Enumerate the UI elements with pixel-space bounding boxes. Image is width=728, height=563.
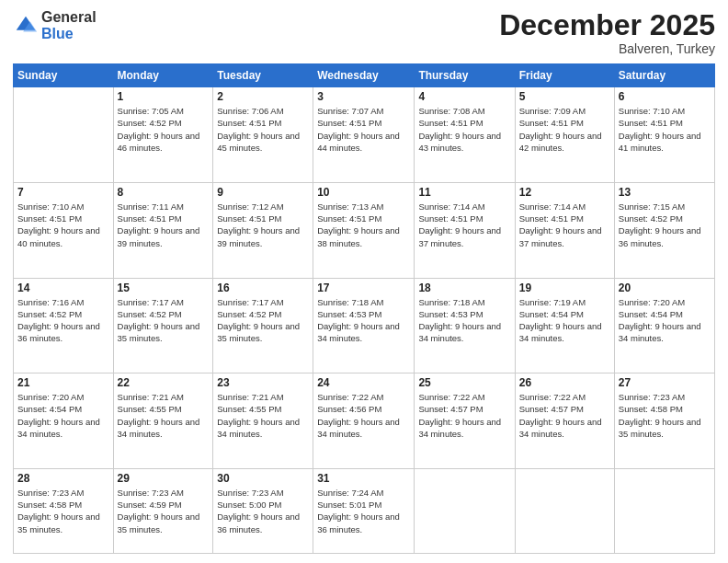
day-number: 3 — [317, 90, 410, 103]
location-subtitle: Balveren, Turkey — [499, 41, 715, 56]
calendar-cell: 25Sunrise: 7:22 AMSunset: 4:57 PMDayligh… — [415, 373, 515, 469]
col-sunday: Sunday — [14, 64, 114, 87]
calendar-cell: 16Sunrise: 7:17 AMSunset: 4:52 PMDayligh… — [213, 278, 313, 373]
day-info: Sunrise: 7:13 AMSunset: 4:51 PMDaylight:… — [317, 201, 410, 249]
logo-icon — [13, 13, 39, 39]
calendar-cell: 28Sunrise: 7:23 AMSunset: 4:58 PMDayligh… — [14, 468, 114, 553]
calendar-cell: 3Sunrise: 7:07 AMSunset: 4:51 PMDaylight… — [313, 87, 415, 183]
day-info: Sunrise: 7:24 AMSunset: 5:01 PMDaylight:… — [317, 487, 410, 535]
month-title: December 2025 — [499, 9, 715, 41]
day-number: 12 — [519, 186, 610, 199]
day-number: 30 — [217, 472, 309, 485]
day-info: Sunrise: 7:23 AMSunset: 5:00 PMDaylight:… — [217, 487, 309, 535]
col-monday: Monday — [113, 64, 213, 87]
day-number: 23 — [217, 376, 309, 389]
day-info: Sunrise: 7:18 AMSunset: 4:53 PMDaylight:… — [418, 296, 510, 345]
calendar-cell: 1Sunrise: 7:05 AMSunset: 4:52 PMDaylight… — [113, 87, 213, 183]
day-info: Sunrise: 7:16 AMSunset: 4:52 PMDaylight:… — [17, 296, 109, 345]
day-number: 29 — [118, 472, 210, 485]
day-info: Sunrise: 7:23 AMSunset: 4:58 PMDaylight:… — [17, 487, 109, 535]
calendar-cell: 10Sunrise: 7:13 AMSunset: 4:51 PMDayligh… — [313, 182, 415, 278]
calendar-cell: 20Sunrise: 7:20 AMSunset: 4:54 PMDayligh… — [614, 278, 714, 373]
day-number: 2 — [217, 90, 309, 103]
day-number: 6 — [619, 90, 711, 103]
day-number: 21 — [17, 376, 109, 389]
day-info: Sunrise: 7:21 AMSunset: 4:55 PMDaylight:… — [118, 391, 210, 440]
calendar-cell: 8Sunrise: 7:11 AMSunset: 4:51 PMDaylight… — [113, 182, 213, 278]
day-number: 26 — [519, 376, 610, 389]
calendar-week-2: 14Sunrise: 7:16 AMSunset: 4:52 PMDayligh… — [14, 278, 715, 373]
calendar-cell: 4Sunrise: 7:08 AMSunset: 4:51 PMDaylight… — [415, 87, 515, 183]
day-info: Sunrise: 7:21 AMSunset: 4:55 PMDaylight:… — [217, 391, 309, 440]
day-number: 13 — [619, 186, 711, 199]
day-number: 9 — [217, 186, 309, 199]
day-number: 18 — [418, 282, 510, 294]
calendar-cell: 2Sunrise: 7:06 AMSunset: 4:51 PMDaylight… — [213, 87, 313, 183]
calendar-cell: 9Sunrise: 7:12 AMSunset: 4:51 PMDaylight… — [213, 182, 313, 278]
day-number: 11 — [418, 186, 510, 199]
day-info: Sunrise: 7:09 AMSunset: 4:51 PMDaylight:… — [519, 105, 610, 154]
col-friday: Friday — [515, 64, 614, 87]
day-number: 24 — [317, 376, 410, 389]
day-number: 17 — [317, 282, 410, 294]
day-info: Sunrise: 7:19 AMSunset: 4:54 PMDaylight:… — [519, 296, 610, 345]
day-info: Sunrise: 7:23 AMSunset: 4:59 PMDaylight:… — [118, 487, 210, 535]
day-info: Sunrise: 7:14 AMSunset: 4:51 PMDaylight:… — [418, 201, 510, 249]
day-info: Sunrise: 7:22 AMSunset: 4:57 PMDaylight:… — [418, 391, 510, 440]
day-info: Sunrise: 7:12 AMSunset: 4:51 PMDaylight:… — [217, 201, 309, 249]
day-number: 28 — [17, 472, 109, 485]
calendar-page: General Blue December 2025 Balveren, Tur… — [0, 0, 728, 563]
day-info: Sunrise: 7:23 AMSunset: 4:58 PMDaylight:… — [619, 391, 711, 440]
calendar-cell: 14Sunrise: 7:16 AMSunset: 4:52 PMDayligh… — [14, 278, 114, 373]
day-number: 16 — [217, 282, 309, 294]
calendar-cell: 24Sunrise: 7:22 AMSunset: 4:56 PMDayligh… — [313, 373, 415, 469]
calendar-cell — [415, 468, 515, 553]
calendar-week-0: 1Sunrise: 7:05 AMSunset: 4:52 PMDaylight… — [14, 87, 715, 183]
col-wednesday: Wednesday — [313, 64, 415, 87]
day-info: Sunrise: 7:17 AMSunset: 4:52 PMDaylight:… — [217, 296, 309, 345]
day-info: Sunrise: 7:18 AMSunset: 4:53 PMDaylight:… — [317, 296, 410, 345]
calendar-cell: 23Sunrise: 7:21 AMSunset: 4:55 PMDayligh… — [213, 373, 313, 469]
col-thursday: Thursday — [415, 64, 515, 87]
calendar-cell: 11Sunrise: 7:14 AMSunset: 4:51 PMDayligh… — [415, 182, 515, 278]
calendar-cell: 17Sunrise: 7:18 AMSunset: 4:53 PMDayligh… — [313, 278, 415, 373]
logo-general: General — [41, 9, 97, 26]
calendar-cell: 22Sunrise: 7:21 AMSunset: 4:55 PMDayligh… — [113, 373, 213, 469]
calendar-cell: 13Sunrise: 7:15 AMSunset: 4:52 PMDayligh… — [614, 182, 714, 278]
calendar-cell: 7Sunrise: 7:10 AMSunset: 4:51 PMDaylight… — [14, 182, 114, 278]
calendar-cell: 12Sunrise: 7:14 AMSunset: 4:51 PMDayligh… — [515, 182, 614, 278]
calendar-cell: 27Sunrise: 7:23 AMSunset: 4:58 PMDayligh… — [614, 373, 714, 469]
day-info: Sunrise: 7:20 AMSunset: 4:54 PMDaylight:… — [17, 391, 109, 440]
calendar-cell: 6Sunrise: 7:10 AMSunset: 4:51 PMDaylight… — [614, 87, 714, 183]
calendar-cell: 31Sunrise: 7:24 AMSunset: 5:01 PMDayligh… — [313, 468, 415, 553]
day-number: 19 — [519, 282, 610, 294]
calendar-week-3: 21Sunrise: 7:20 AMSunset: 4:54 PMDayligh… — [14, 373, 715, 469]
day-info: Sunrise: 7:05 AMSunset: 4:52 PMDaylight:… — [118, 105, 210, 154]
day-number: 1 — [118, 90, 210, 103]
col-tuesday: Tuesday — [213, 64, 313, 87]
day-number: 4 — [418, 90, 510, 103]
logo-blue: Blue — [41, 26, 97, 42]
day-info: Sunrise: 7:22 AMSunset: 4:57 PMDaylight:… — [519, 391, 610, 440]
day-info: Sunrise: 7:22 AMSunset: 4:56 PMDaylight:… — [317, 391, 410, 440]
day-info: Sunrise: 7:10 AMSunset: 4:51 PMDaylight:… — [619, 105, 711, 154]
calendar-cell: 29Sunrise: 7:23 AMSunset: 4:59 PMDayligh… — [113, 468, 213, 553]
col-saturday: Saturday — [614, 64, 714, 87]
day-number: 22 — [118, 376, 210, 389]
title-block: December 2025 Balveren, Turkey — [499, 9, 715, 56]
day-number: 15 — [118, 282, 210, 294]
day-number: 25 — [418, 376, 510, 389]
calendar-cell: 18Sunrise: 7:18 AMSunset: 4:53 PMDayligh… — [415, 278, 515, 373]
calendar-cell: 19Sunrise: 7:19 AMSunset: 4:54 PMDayligh… — [515, 278, 614, 373]
logo-text: General Blue — [41, 9, 97, 41]
header-row: Sunday Monday Tuesday Wednesday Thursday… — [14, 64, 715, 87]
day-number: 10 — [317, 186, 410, 199]
day-number: 14 — [17, 282, 109, 294]
calendar-cell: 5Sunrise: 7:09 AMSunset: 4:51 PMDaylight… — [515, 87, 614, 183]
day-info: Sunrise: 7:07 AMSunset: 4:51 PMDaylight:… — [317, 105, 410, 154]
day-info: Sunrise: 7:08 AMSunset: 4:51 PMDaylight:… — [418, 105, 510, 154]
day-number: 31 — [317, 472, 410, 485]
calendar-week-4: 28Sunrise: 7:23 AMSunset: 4:58 PMDayligh… — [14, 468, 715, 553]
calendar-cell: 30Sunrise: 7:23 AMSunset: 5:00 PMDayligh… — [213, 468, 313, 553]
calendar-cell: 15Sunrise: 7:17 AMSunset: 4:52 PMDayligh… — [113, 278, 213, 373]
